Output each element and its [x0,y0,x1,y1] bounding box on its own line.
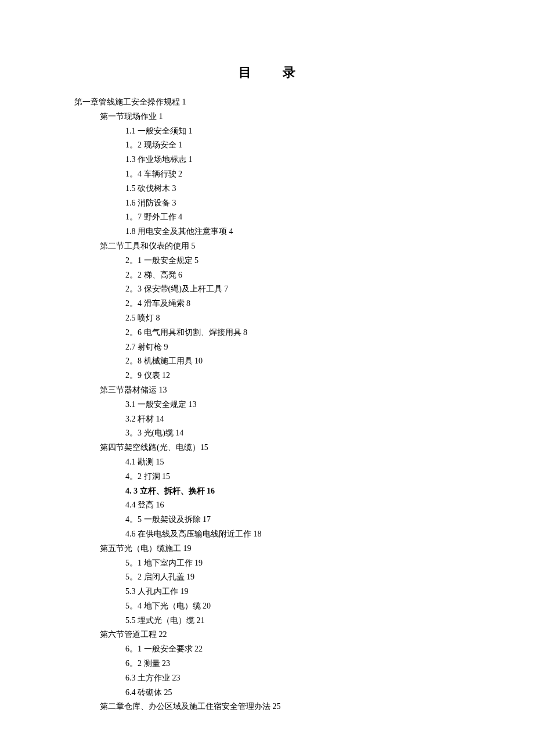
toc-entry: 第二节工具和仪表的使用 5 [74,239,534,254]
toc-entry: 2.5 喷灯 8 [74,311,534,326]
toc-entry: 2。8 机械施工用具 10 [74,354,534,369]
toc-entry: 4. 3 立杆、拆杆、换杆 16 [74,484,534,499]
toc-entry: 4。2 打洞 15 [74,470,534,484]
toc-entry: 3.2 杆材 14 [74,412,534,427]
toc-entry: 1。4 车辆行驶 2 [74,167,534,182]
toc-entry: 第五节光（电）缆施工 19 [74,542,534,556]
toc-entry: 2。3 保安带(绳)及上杆工具 7 [74,282,534,297]
toc-entry: 1。2 现场安全 1 [74,138,534,153]
toc-entry: 5。2 启闭人孔盖 19 [74,570,534,585]
toc-entry: 1.8 用电安全及其他注意事项 4 [74,225,534,239]
toc-entry: 第一节现场作业 1 [74,110,534,124]
toc-title: 目 录 [0,64,534,81]
toc-entry: 第二章仓库、办公区域及施工住宿安全管理办法 25 [74,700,534,714]
toc-entry: 2。9 仪表 12 [74,369,534,383]
toc-entry: 第三节器材储运 13 [74,383,534,398]
toc-entry: 2。1 一般安全规定 5 [74,254,534,268]
toc-entry: 1。7 野外工作 4 [74,210,534,225]
toc-entry: 6。2 测量 23 [74,657,534,671]
toc-entry: 6.3 土方作业 23 [74,671,534,686]
toc-entry: 第四节架空线路(光、电缆）15 [74,441,534,455]
toc-entry: 3.1 一般安全规定 13 [74,398,534,412]
toc-entry: 5。4 地下光（电）缆 20 [74,599,534,614]
toc-entry: 6.4 砖砌体 25 [74,686,534,700]
toc-entry: 第一章管线施工安全操作规程 1 [74,95,534,110]
toc-entry: 4.4 登高 16 [74,498,534,513]
toc-entry: 5。1 地下室内工作 19 [74,556,534,571]
toc-entry: 1.6 消防设备 3 [74,196,534,211]
toc-entry: 2。6 电气用具和切割、焊接用具 8 [74,326,534,340]
toc-entry: 2.7 射钉枪 9 [74,340,534,355]
toc-entry: 1.5 砍伐树木 3 [74,182,534,196]
toc-entry: 1.3 作业场地标志 1 [74,153,534,167]
toc-entry: 4。5 一般架设及拆除 17 [74,513,534,527]
toc-container: 第一章管线施工安全操作规程 1第一节现场作业 11.1 一般安全须知 11。2 … [0,95,534,714]
toc-entry: 3。3 光(电)缆 14 [74,426,534,441]
toc-entry: 2。2 梯、高凳 6 [74,268,534,283]
toc-entry: 4.6 在供电线及高压输电线附近工作 18 [74,527,534,542]
toc-entry: 1.1 一般安全须知 1 [74,124,534,139]
toc-entry: 第六节管道工程 22 [74,628,534,642]
toc-entry: 4.1 勘测 15 [74,455,534,470]
toc-entry: 6。1 一般安全要求 22 [74,642,534,657]
toc-entry: 5.3 人孔内工作 19 [74,585,534,599]
toc-entry: 5.5 埋式光（电）缆 21 [74,614,534,628]
toc-entry: 2。4 滑车及绳索 8 [74,297,534,311]
